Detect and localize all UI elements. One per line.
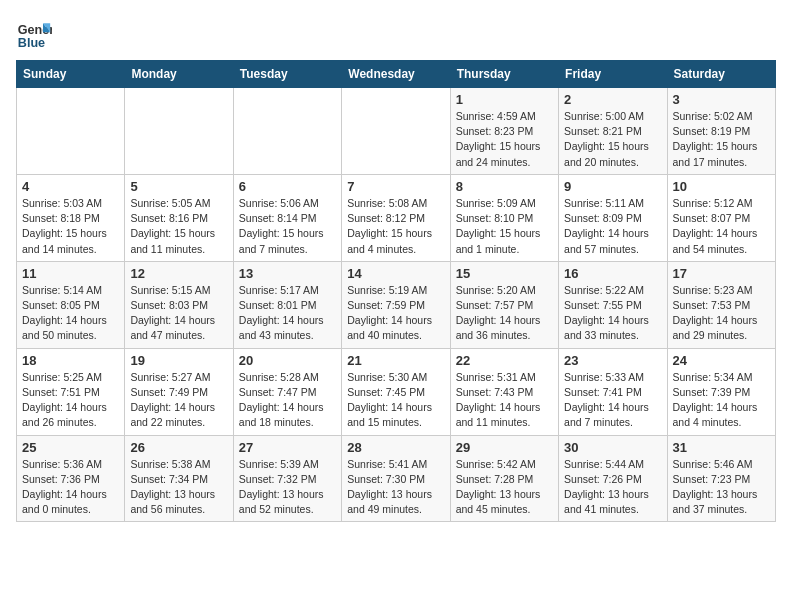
calendar-week-row: 4Sunrise: 5:03 AM Sunset: 8:18 PM Daylig… — [17, 174, 776, 261]
day-of-week-header: Thursday — [450, 61, 558, 88]
day-number: 5 — [130, 179, 227, 194]
day-number: 15 — [456, 266, 553, 281]
day-info: Sunrise: 5:34 AM Sunset: 7:39 PM Dayligh… — [673, 370, 770, 431]
day-number: 1 — [456, 92, 553, 107]
calendar-cell: 11Sunrise: 5:14 AM Sunset: 8:05 PM Dayli… — [17, 261, 125, 348]
calendar-cell: 28Sunrise: 5:41 AM Sunset: 7:30 PM Dayli… — [342, 435, 450, 522]
day-info: Sunrise: 5:00 AM Sunset: 8:21 PM Dayligh… — [564, 109, 661, 170]
calendar-cell: 19Sunrise: 5:27 AM Sunset: 7:49 PM Dayli… — [125, 348, 233, 435]
day-number: 28 — [347, 440, 444, 455]
calendar-cell: 16Sunrise: 5:22 AM Sunset: 7:55 PM Dayli… — [559, 261, 667, 348]
page-header: General Blue — [16, 16, 776, 52]
calendar-table: SundayMondayTuesdayWednesdayThursdayFrid… — [16, 60, 776, 522]
calendar-cell — [342, 88, 450, 175]
calendar-cell: 14Sunrise: 5:19 AM Sunset: 7:59 PM Dayli… — [342, 261, 450, 348]
day-number: 25 — [22, 440, 119, 455]
calendar-cell: 3Sunrise: 5:02 AM Sunset: 8:19 PM Daylig… — [667, 88, 775, 175]
day-info: Sunrise: 5:14 AM Sunset: 8:05 PM Dayligh… — [22, 283, 119, 344]
day-info: Sunrise: 5:44 AM Sunset: 7:26 PM Dayligh… — [564, 457, 661, 518]
day-number: 11 — [22, 266, 119, 281]
calendar-cell — [125, 88, 233, 175]
day-number: 3 — [673, 92, 770, 107]
calendar-cell: 27Sunrise: 5:39 AM Sunset: 7:32 PM Dayli… — [233, 435, 341, 522]
day-info: Sunrise: 5:06 AM Sunset: 8:14 PM Dayligh… — [239, 196, 336, 257]
day-of-week-header: Sunday — [17, 61, 125, 88]
day-info: Sunrise: 5:30 AM Sunset: 7:45 PM Dayligh… — [347, 370, 444, 431]
day-info: Sunrise: 5:46 AM Sunset: 7:23 PM Dayligh… — [673, 457, 770, 518]
day-number: 12 — [130, 266, 227, 281]
calendar-week-row: 1Sunrise: 4:59 AM Sunset: 8:23 PM Daylig… — [17, 88, 776, 175]
day-info: Sunrise: 5:28 AM Sunset: 7:47 PM Dayligh… — [239, 370, 336, 431]
day-info: Sunrise: 5:08 AM Sunset: 8:12 PM Dayligh… — [347, 196, 444, 257]
day-info: Sunrise: 4:59 AM Sunset: 8:23 PM Dayligh… — [456, 109, 553, 170]
calendar-cell: 31Sunrise: 5:46 AM Sunset: 7:23 PM Dayli… — [667, 435, 775, 522]
calendar-cell: 7Sunrise: 5:08 AM Sunset: 8:12 PM Daylig… — [342, 174, 450, 261]
calendar-cell: 15Sunrise: 5:20 AM Sunset: 7:57 PM Dayli… — [450, 261, 558, 348]
day-info: Sunrise: 5:36 AM Sunset: 7:36 PM Dayligh… — [22, 457, 119, 518]
day-number: 30 — [564, 440, 661, 455]
day-info: Sunrise: 5:19 AM Sunset: 7:59 PM Dayligh… — [347, 283, 444, 344]
calendar-cell: 13Sunrise: 5:17 AM Sunset: 8:01 PM Dayli… — [233, 261, 341, 348]
calendar-cell: 10Sunrise: 5:12 AM Sunset: 8:07 PM Dayli… — [667, 174, 775, 261]
day-number: 8 — [456, 179, 553, 194]
day-info: Sunrise: 5:39 AM Sunset: 7:32 PM Dayligh… — [239, 457, 336, 518]
day-number: 21 — [347, 353, 444, 368]
calendar-cell: 18Sunrise: 5:25 AM Sunset: 7:51 PM Dayli… — [17, 348, 125, 435]
day-info: Sunrise: 5:38 AM Sunset: 7:34 PM Dayligh… — [130, 457, 227, 518]
day-number: 31 — [673, 440, 770, 455]
day-info: Sunrise: 5:25 AM Sunset: 7:51 PM Dayligh… — [22, 370, 119, 431]
day-info: Sunrise: 5:03 AM Sunset: 8:18 PM Dayligh… — [22, 196, 119, 257]
day-info: Sunrise: 5:09 AM Sunset: 8:10 PM Dayligh… — [456, 196, 553, 257]
day-number: 14 — [347, 266, 444, 281]
calendar-cell: 29Sunrise: 5:42 AM Sunset: 7:28 PM Dayli… — [450, 435, 558, 522]
day-number: 22 — [456, 353, 553, 368]
day-info: Sunrise: 5:41 AM Sunset: 7:30 PM Dayligh… — [347, 457, 444, 518]
calendar-cell — [233, 88, 341, 175]
calendar-cell: 1Sunrise: 4:59 AM Sunset: 8:23 PM Daylig… — [450, 88, 558, 175]
day-of-week-header: Wednesday — [342, 61, 450, 88]
day-number: 23 — [564, 353, 661, 368]
day-number: 16 — [564, 266, 661, 281]
calendar-header-row: SundayMondayTuesdayWednesdayThursdayFrid… — [17, 61, 776, 88]
day-number: 6 — [239, 179, 336, 194]
calendar-cell: 6Sunrise: 5:06 AM Sunset: 8:14 PM Daylig… — [233, 174, 341, 261]
day-info: Sunrise: 5:05 AM Sunset: 8:16 PM Dayligh… — [130, 196, 227, 257]
calendar-cell: 20Sunrise: 5:28 AM Sunset: 7:47 PM Dayli… — [233, 348, 341, 435]
day-info: Sunrise: 5:42 AM Sunset: 7:28 PM Dayligh… — [456, 457, 553, 518]
calendar-cell: 2Sunrise: 5:00 AM Sunset: 8:21 PM Daylig… — [559, 88, 667, 175]
day-info: Sunrise: 5:02 AM Sunset: 8:19 PM Dayligh… — [673, 109, 770, 170]
calendar-cell: 26Sunrise: 5:38 AM Sunset: 7:34 PM Dayli… — [125, 435, 233, 522]
day-info: Sunrise: 5:22 AM Sunset: 7:55 PM Dayligh… — [564, 283, 661, 344]
calendar-cell: 24Sunrise: 5:34 AM Sunset: 7:39 PM Dayli… — [667, 348, 775, 435]
svg-text:Blue: Blue — [18, 36, 45, 50]
day-number: 10 — [673, 179, 770, 194]
day-of-week-header: Tuesday — [233, 61, 341, 88]
day-info: Sunrise: 5:15 AM Sunset: 8:03 PM Dayligh… — [130, 283, 227, 344]
day-number: 18 — [22, 353, 119, 368]
calendar-cell: 21Sunrise: 5:30 AM Sunset: 7:45 PM Dayli… — [342, 348, 450, 435]
day-number: 19 — [130, 353, 227, 368]
calendar-cell: 5Sunrise: 5:05 AM Sunset: 8:16 PM Daylig… — [125, 174, 233, 261]
day-info: Sunrise: 5:12 AM Sunset: 8:07 PM Dayligh… — [673, 196, 770, 257]
day-info: Sunrise: 5:31 AM Sunset: 7:43 PM Dayligh… — [456, 370, 553, 431]
day-number: 9 — [564, 179, 661, 194]
day-number: 26 — [130, 440, 227, 455]
day-info: Sunrise: 5:27 AM Sunset: 7:49 PM Dayligh… — [130, 370, 227, 431]
day-info: Sunrise: 5:17 AM Sunset: 8:01 PM Dayligh… — [239, 283, 336, 344]
calendar-cell: 25Sunrise: 5:36 AM Sunset: 7:36 PM Dayli… — [17, 435, 125, 522]
calendar-cell: 8Sunrise: 5:09 AM Sunset: 8:10 PM Daylig… — [450, 174, 558, 261]
calendar-cell: 22Sunrise: 5:31 AM Sunset: 7:43 PM Dayli… — [450, 348, 558, 435]
day-number: 4 — [22, 179, 119, 194]
day-of-week-header: Friday — [559, 61, 667, 88]
calendar-cell: 12Sunrise: 5:15 AM Sunset: 8:03 PM Dayli… — [125, 261, 233, 348]
calendar-cell: 30Sunrise: 5:44 AM Sunset: 7:26 PM Dayli… — [559, 435, 667, 522]
day-number: 27 — [239, 440, 336, 455]
day-number: 17 — [673, 266, 770, 281]
day-number: 13 — [239, 266, 336, 281]
calendar-cell: 23Sunrise: 5:33 AM Sunset: 7:41 PM Dayli… — [559, 348, 667, 435]
logo: General Blue — [16, 16, 56, 52]
day-info: Sunrise: 5:33 AM Sunset: 7:41 PM Dayligh… — [564, 370, 661, 431]
calendar-cell: 17Sunrise: 5:23 AM Sunset: 7:53 PM Dayli… — [667, 261, 775, 348]
day-info: Sunrise: 5:20 AM Sunset: 7:57 PM Dayligh… — [456, 283, 553, 344]
calendar-week-row: 11Sunrise: 5:14 AM Sunset: 8:05 PM Dayli… — [17, 261, 776, 348]
